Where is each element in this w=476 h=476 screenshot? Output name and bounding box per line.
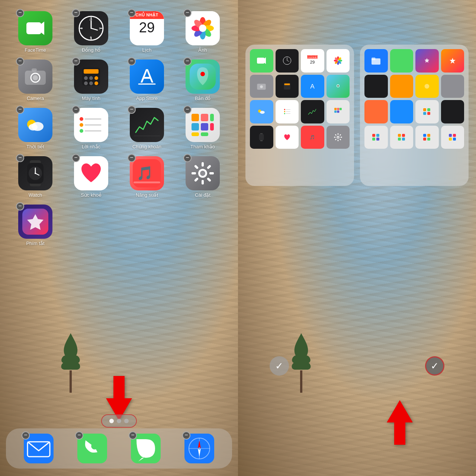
dock-mail[interactable] (24, 434, 54, 463)
thamkhao-icon (186, 108, 220, 142)
appstore-label: App Store (136, 96, 158, 101)
settings-icon (186, 156, 220, 190)
mini-app-calendar: CHỦ NHẬT29 (301, 49, 324, 73)
app-photos[interactable]: Ảnh (182, 11, 223, 53)
minus-badge-watch[interactable] (16, 154, 24, 162)
svg-text:12: 12 (89, 18, 92, 21)
app-settings[interactable]: Cài đặt (182, 156, 223, 198)
page-dots[interactable] (101, 414, 137, 428)
minus-badge-appstore[interactable] (128, 57, 136, 65)
svg-text:A: A (310, 83, 315, 90)
dock-messages[interactable] (131, 434, 161, 463)
mini-app-thamkhao2 (327, 100, 350, 123)
app-maps[interactable]: Bản đồ (182, 60, 223, 101)
page-card-1[interactable]: CHỦ NHẬT29 A (245, 45, 354, 186)
svg-rect-24 (32, 68, 37, 71)
app-thamkhao[interactable]: Tham khảo (182, 108, 223, 149)
shortcuts-icon (18, 205, 52, 239)
mini-dark2 (441, 100, 464, 123)
minus-badge-shortcuts[interactable] (16, 202, 24, 210)
svg-point-26 (33, 75, 38, 80)
minus-badge-safari[interactable] (182, 431, 190, 440)
stocks-label: Chứng khoán (132, 144, 161, 149)
svg-text:29: 29 (310, 60, 315, 65)
minus-badge-mail[interactable] (22, 431, 30, 440)
minus-badge-facetime[interactable] (16, 9, 24, 17)
svg-rect-150 (372, 58, 376, 60)
tree-left (60, 333, 82, 394)
svg-point-121 (338, 86, 338, 86)
svg-point-44 (80, 117, 83, 121)
minus-badge-thamkhao[interactable] (183, 106, 192, 114)
app-clock[interactable]: 12 3 6 9 Đồng hồ (71, 11, 112, 53)
app-watch[interactable]: Watch (15, 156, 56, 198)
app-health[interactable]: Sức khoẻ (71, 156, 112, 198)
svg-rect-130 (334, 108, 337, 110)
svg-rect-147 (334, 137, 335, 138)
svg-marker-85 (106, 376, 132, 421)
settings-label: Cài đặt (195, 192, 210, 198)
minus-badge-stocks[interactable] (128, 106, 136, 114)
minus-badge-clock[interactable] (72, 9, 80, 17)
minus-badge-messages[interactable] (129, 431, 137, 440)
app-facetime[interactable]: FaceTime (15, 11, 56, 53)
facetime-icon (18, 11, 52, 45)
mini-green1 (390, 49, 414, 73)
app-reminders[interactable]: Lời nhắc (71, 108, 112, 149)
left-panel: FaceTime (0, 0, 238, 476)
mini-app-watch2 (250, 126, 273, 149)
minus-badge-settings[interactable] (183, 154, 192, 162)
minus-badge-health[interactable] (72, 154, 80, 162)
minus-badge-reminders[interactable] (72, 106, 80, 114)
svg-rect-80 (194, 177, 199, 182)
checkmark-2[interactable]: ✓ (425, 356, 444, 376)
svg-text:6: 6 (90, 36, 91, 39)
minus-badge-weather[interactable] (16, 106, 24, 114)
svg-point-48 (80, 129, 83, 133)
app-weather[interactable]: Thời tiết (15, 108, 56, 149)
app-shortcuts[interactable]: Phím tắt (15, 205, 56, 246)
weather-label: Thời tiết (26, 144, 44, 149)
dock-safari[interactable] (184, 434, 214, 463)
minus-badge-camera[interactable] (16, 57, 24, 65)
app-stocks[interactable]: Chứng khoán (126, 108, 167, 149)
app-calendar[interactable]: CHỦ NHẬT 29 Lịch (126, 11, 167, 53)
svg-point-71 (200, 171, 205, 176)
svg-rect-131 (337, 108, 339, 110)
minus-badge-calendar[interactable] (128, 9, 136, 17)
checkmark-1[interactable]: ✓ (270, 356, 289, 376)
mini-grid-1: CHỦ NHẬT29 A (250, 49, 350, 149)
svg-rect-51 (192, 114, 199, 121)
svg-rect-118 (284, 83, 290, 85)
page-card-2[interactable] (360, 45, 469, 186)
svg-rect-79 (202, 180, 204, 184)
dot-1 (109, 419, 114, 423)
mini-shortcuts2 (415, 49, 439, 73)
svg-rect-57 (192, 132, 199, 136)
app-nangxuat[interactable]: 🎵 Năng suất (126, 156, 167, 198)
svg-point-126 (284, 111, 285, 112)
svg-rect-133 (334, 111, 337, 113)
svg-point-123 (260, 111, 265, 114)
minus-badge-phone[interactable] (75, 431, 83, 440)
minus-badge-nangxuat[interactable] (128, 154, 136, 162)
svg-rect-78 (207, 177, 212, 182)
minus-badge-calculator[interactable] (72, 57, 80, 65)
svg-rect-69 (134, 181, 160, 183)
arrow-up (385, 400, 415, 446)
calculator-icon (74, 60, 108, 94)
app-camera[interactable]: Camera (15, 60, 56, 101)
stocks-icon (130, 108, 164, 142)
svg-rect-53 (210, 114, 214, 121)
mini-app-settings2 (327, 126, 350, 149)
svg-rect-134 (337, 111, 339, 113)
calendar-label: Lịch (142, 47, 152, 53)
app-appstore[interactable]: A App Store (126, 60, 167, 101)
minus-badge-photos[interactable] (183, 9, 192, 17)
app-calculator[interactable]: Máy tính (71, 60, 112, 101)
minus-badge-maps[interactable] (183, 57, 192, 65)
mini-app-clock (276, 49, 299, 73)
svg-marker-1 (41, 22, 44, 35)
mini-app-weather2 (250, 100, 273, 123)
dock-phone[interactable] (77, 434, 107, 463)
